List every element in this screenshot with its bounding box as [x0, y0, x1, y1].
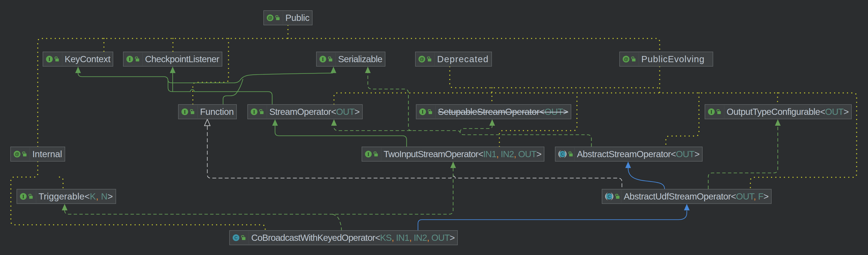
- svg-text:I: I: [22, 194, 24, 199]
- svg-text:I: I: [48, 57, 50, 62]
- svg-text:I: I: [184, 109, 186, 115]
- svg-text:@: @: [268, 15, 273, 21]
- svg-text:@: @: [15, 151, 20, 157]
- svg-text:I: I: [367, 152, 369, 157]
- svg-text:I: I: [253, 109, 255, 115]
- svg-text:C: C: [235, 235, 238, 240]
- svg-text:@: @: [420, 57, 424, 62]
- svg-text:@: @: [624, 57, 628, 62]
- svg-text:I: I: [422, 109, 424, 115]
- svg-text:C: C: [608, 194, 611, 199]
- svg-text:I: I: [710, 109, 712, 115]
- svg-text:I: I: [322, 57, 323, 62]
- svg-text:C: C: [561, 152, 564, 156]
- svg-text:I: I: [129, 57, 130, 62]
